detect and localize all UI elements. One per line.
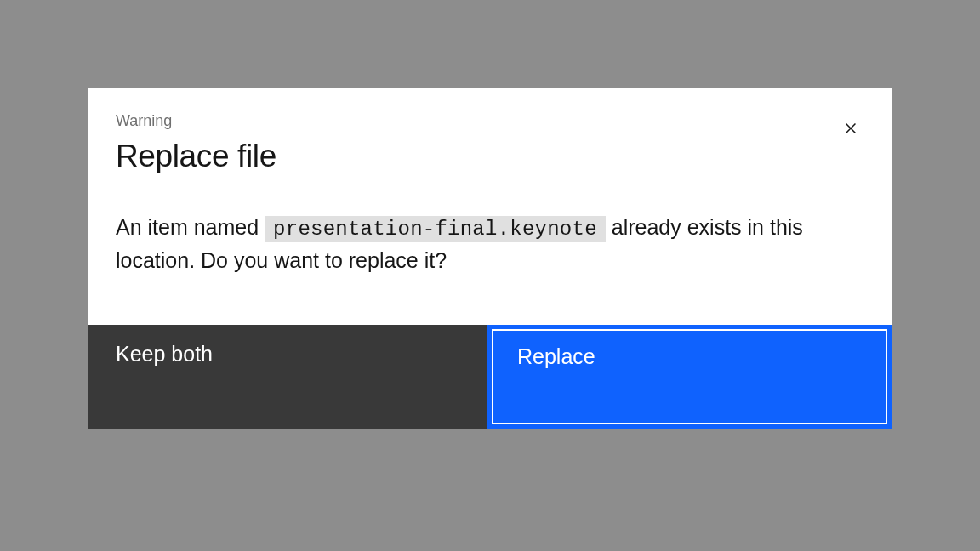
replace-button[interactable]: Replace — [487, 325, 892, 429]
warning-modal: Warning Replace file An item named prese… — [88, 88, 892, 429]
modal-content: Warning Replace file An item named prese… — [88, 88, 892, 325]
modal-body: An item named presentation-final.keynote… — [116, 212, 856, 277]
svg-marker-0 — [846, 123, 856, 133]
close-icon — [840, 118, 861, 141]
modal-label: Warning — [116, 112, 864, 130]
close-button[interactable] — [834, 112, 868, 146]
keep-both-button[interactable]: Keep both — [88, 325, 487, 429]
modal-footer: Keep both Replace — [88, 325, 892, 429]
body-prefix: An item named — [116, 215, 265, 239]
modal-title: Replace file — [116, 139, 864, 174]
filename-code: presentation-final.keynote — [265, 216, 606, 242]
